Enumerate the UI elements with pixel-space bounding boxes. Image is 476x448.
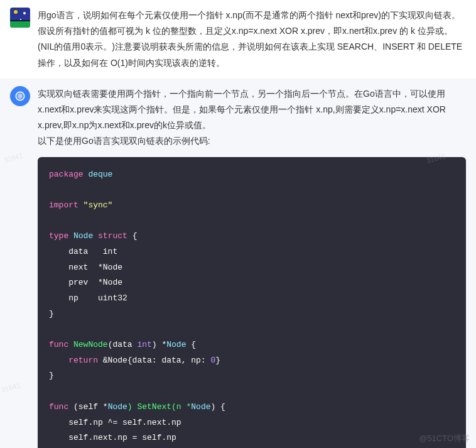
code-line-1: package deque xyxy=(49,167,455,183)
blank xyxy=(49,214,455,229)
assistant-avatar xyxy=(10,86,30,106)
code-line-11: } xyxy=(49,368,455,384)
code-line-5: next *Node xyxy=(49,260,455,276)
code-line-10: return &Node{data: data, np: 0} xyxy=(49,353,455,369)
code-line-9: func NewNode(data int) *Node { xyxy=(49,337,455,353)
user-avatar xyxy=(10,8,30,28)
blank xyxy=(49,182,455,198)
assistant-icon xyxy=(14,90,26,102)
code-line-4: data int xyxy=(49,244,455,260)
user-message: 用go语言，说明如何在每个元素仅使用一个指针 x.np(而不是通常的两个指针 n… xyxy=(0,0,476,79)
code-line-7: np uint32 xyxy=(49,291,455,307)
code-line-13: self.np ^= self.next.np xyxy=(49,415,455,431)
user-text: 用go语言，说明如何在每个元素仅使用一个指针 x.np(而不是通常的两个指针 n… xyxy=(38,8,466,71)
assistant-intro: 实现双向链表需要使用两个指针，一个指向前一个节点，另一个指向后一个节点。在Go语… xyxy=(38,86,466,134)
assistant-intro2: 以下是使用Go语言实现双向链表的示例代码: xyxy=(38,133,466,149)
user-content: 用go语言，说明如何在每个元素仅使用一个指针 x.np(而不是通常的两个指针 n… xyxy=(38,8,466,71)
code-line-12: func (self *Node) SetNext(n *Node) { xyxy=(49,400,455,415)
code-line-8: } xyxy=(49,307,455,322)
code-line-3: type Node struct { xyxy=(49,229,455,244)
code-line-2: import "sync" xyxy=(49,198,455,214)
blank xyxy=(49,322,455,337)
blank xyxy=(49,384,455,400)
code-line-14: self.next.np = self.np xyxy=(49,430,455,446)
code-block: package deque import "sync" type Node st… xyxy=(38,157,466,449)
assistant-message: 实现双向链表需要使用两个指针，一个指向前一个节点，另一个指向后一个节点。在Go语… xyxy=(0,79,476,448)
assistant-content: 实现双向链表需要使用两个指针，一个指向前一个节点，另一个指向后一个节点。在Go语… xyxy=(38,86,466,448)
code-line-6: prev *Node xyxy=(49,275,455,291)
